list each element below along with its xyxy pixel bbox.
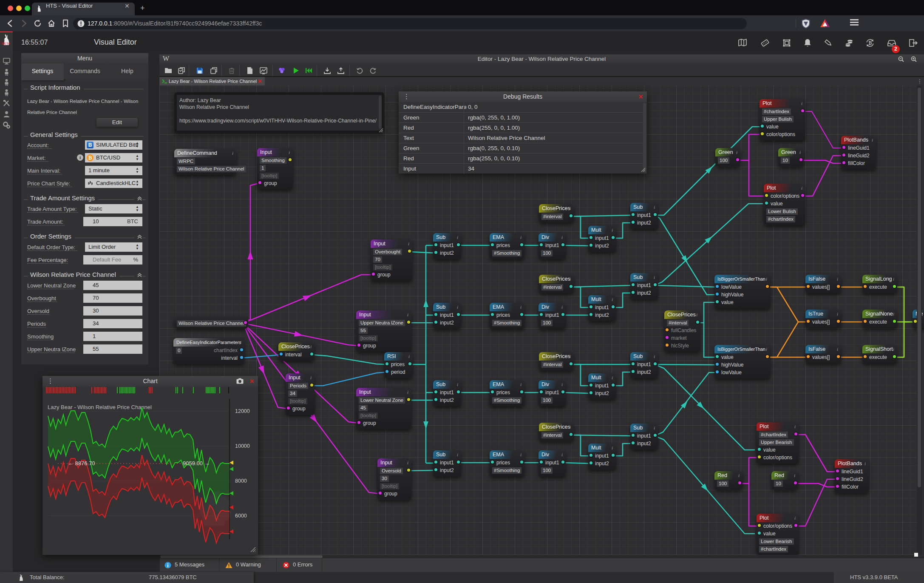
svg-text:8000: 8000 (235, 478, 247, 484)
svg-text:← 8876.70: ← 8876.70 (68, 460, 95, 466)
svg-text:BETA: BETA (2, 42, 11, 46)
svg-text:9059.00 →: 9059.00 → (183, 460, 210, 466)
svg-text:10000: 10000 (235, 443, 250, 449)
svg-text:6000: 6000 (235, 513, 247, 519)
svg-text:₿: ₿ (868, 41, 872, 46)
svg-text:12000: 12000 (235, 408, 250, 414)
